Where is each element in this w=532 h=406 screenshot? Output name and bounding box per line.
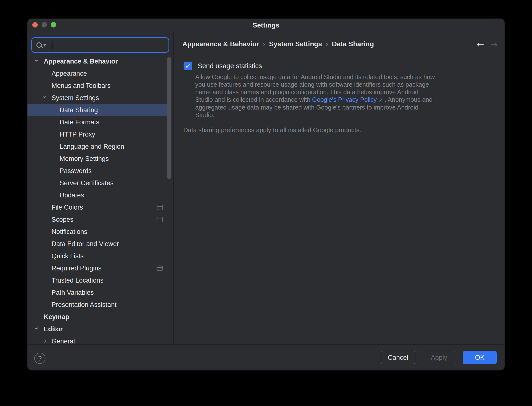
breadcrumb-item-appearance-behavior[interactable]: Appearance & Behavior bbox=[182, 40, 259, 48]
external-link-icon: ↗ bbox=[378, 97, 383, 103]
sidebar-item-scopes[interactable]: Scopes bbox=[27, 213, 167, 226]
sidebar-item-label: Scopes bbox=[52, 216, 73, 223]
sidebar-item-label: Updates bbox=[60, 192, 84, 199]
send-usage-statistics-checkbox[interactable]: ✓ bbox=[184, 62, 192, 70]
apply-button: Apply bbox=[422, 351, 456, 364]
sidebar-item-http-proxy[interactable]: HTTP Proxy bbox=[27, 128, 167, 140]
search-options-chevron-icon[interactable]: ▾ bbox=[44, 43, 46, 47]
sidebar-item-label: Required Plugins bbox=[52, 265, 102, 272]
sidebar-item-server-certificates[interactable]: Server Certificates bbox=[27, 177, 167, 189]
sidebar-item-label: Date Formats bbox=[60, 119, 99, 126]
sidebar-item-label: HTTP Proxy bbox=[60, 131, 95, 138]
settings-window: Settings ▾ ›Appearance & BehaviorAppeara… bbox=[27, 19, 505, 370]
sidebar-item-path-variables[interactable]: Path Variables bbox=[27, 286, 167, 299]
sidebar-item-label: File Colors bbox=[52, 204, 83, 211]
settings-window-icon bbox=[157, 266, 163, 271]
question-mark-icon: ? bbox=[38, 355, 42, 362]
sidebar-item-date-formats[interactable]: Date Formats bbox=[27, 116, 167, 128]
privacy-policy-link[interactable]: Google's Privacy Policy bbox=[312, 96, 377, 103]
breadcrumb: Appearance & Behavior›System Settings›Da… bbox=[182, 40, 374, 48]
sidebar-item-menus-and-toolbars[interactable]: Menus and Toolbars bbox=[27, 80, 167, 92]
search-icon bbox=[36, 42, 42, 48]
content-pane: Appearance & Behavior›System Settings›Da… bbox=[174, 32, 505, 344]
chevron-down-icon[interactable]: › bbox=[41, 95, 49, 100]
chevron-down-icon[interactable]: › bbox=[33, 326, 40, 331]
sidebar-item-label: Memory Settings bbox=[60, 155, 109, 163]
search-field[interactable]: ▾ bbox=[31, 37, 169, 53]
checkbox-label[interactable]: Send usage statistics bbox=[198, 62, 262, 70]
sidebar-item-file-colors[interactable]: File Colors bbox=[27, 201, 167, 213]
sidebar-item-language-and-region[interactable]: Language and Region bbox=[27, 140, 167, 153]
settings-window-icon bbox=[157, 217, 163, 222]
usage-statistics-description: Allow Google to collect usage data for A… bbox=[195, 73, 436, 119]
sidebar-item-editor[interactable]: ›Editor bbox=[27, 323, 167, 335]
forward-arrow-icon: → bbox=[490, 40, 498, 49]
breadcrumb-item-data-sharing[interactable]: Data Sharing bbox=[332, 40, 374, 48]
sidebar-item-label: Appearance bbox=[52, 70, 87, 77]
footer-buttons: CancelApplyOK bbox=[381, 351, 497, 364]
titlebar: Settings bbox=[27, 19, 505, 32]
screen: Settings ▾ ›Appearance & BehaviorAppeara… bbox=[0, 0, 532, 406]
sidebar-item-required-plugins[interactable]: Required Plugins bbox=[27, 262, 167, 274]
sidebar-item-label: Editor bbox=[44, 325, 63, 333]
back-arrow-icon[interactable]: ← bbox=[477, 40, 484, 49]
settings-tree: ›Appearance & BehaviorAppearanceMenus an… bbox=[27, 55, 167, 344]
cancel-button[interactable]: Cancel bbox=[381, 351, 415, 364]
sidebar-item-label: Presentation Assistant bbox=[52, 301, 116, 309]
sidebar-item-label: Data Sharing bbox=[60, 106, 98, 114]
sidebar-item-updates[interactable]: Updates bbox=[27, 189, 167, 201]
sidebar-item-data-sharing[interactable]: Data Sharing bbox=[27, 104, 167, 116]
sidebar-item-notifications[interactable]: Notifications bbox=[27, 226, 167, 238]
chevron-right-icon[interactable]: › bbox=[43, 337, 47, 344]
sidebar-item-label: System Settings bbox=[52, 94, 99, 102]
breadcrumb-item-system-settings[interactable]: System Settings bbox=[269, 40, 322, 48]
sidebar-item-quick-lists[interactable]: Quick Lists bbox=[27, 250, 167, 262]
breadcrumb-separator: › bbox=[263, 40, 265, 48]
sidebar-item-system-settings[interactable]: ›System Settings bbox=[27, 92, 167, 104]
chevron-down-icon[interactable]: › bbox=[33, 58, 40, 63]
sidebar-item-label: Appearance & Behavior bbox=[44, 58, 118, 65]
sidebar-item-trusted-locations[interactable]: Trusted Locations bbox=[27, 274, 167, 286]
window-title: Settings bbox=[27, 21, 505, 29]
sidebar-item-label: Path Variables bbox=[52, 289, 94, 296]
sidebar: ▾ ›Appearance & BehaviorAppearanceMenus … bbox=[27, 32, 173, 344]
sidebar-item-label: Data Editor and Viewer bbox=[52, 240, 119, 248]
footer: ? CancelApplyOK bbox=[27, 345, 505, 370]
ok-button[interactable]: OK bbox=[463, 351, 497, 364]
sidebar-item-label: Language and Region bbox=[60, 143, 124, 150]
breadcrumb-separator: › bbox=[326, 40, 328, 48]
settings-window-icon bbox=[157, 205, 163, 210]
history-nav: ← → bbox=[477, 40, 498, 49]
sidebar-item-label: General bbox=[52, 338, 75, 345]
sidebar-item-label: Keymap bbox=[44, 313, 69, 321]
help-button[interactable]: ? bbox=[34, 353, 45, 364]
checkmark-icon: ✓ bbox=[185, 62, 191, 70]
sidebar-item-appearance[interactable]: Appearance bbox=[27, 67, 167, 80]
sidebar-item-data-editor-and-viewer[interactable]: Data Editor and Viewer bbox=[27, 238, 167, 250]
sidebar-item-memory-settings[interactable]: Memory Settings bbox=[27, 153, 167, 165]
sidebar-item-label: Quick Lists bbox=[52, 252, 84, 260]
sidebar-item-presentation-assistant[interactable]: Presentation Assistant bbox=[27, 299, 167, 311]
sidebar-item-label: Notifications bbox=[52, 228, 87, 236]
sidebar-item-label: Server Certificates bbox=[60, 179, 114, 187]
sidebar-item-label: Menus and Toolbars bbox=[52, 82, 111, 90]
sidebar-item-keymap[interactable]: Keymap bbox=[27, 311, 167, 323]
sidebar-scrollbar[interactable] bbox=[167, 57, 171, 179]
sidebar-item-label: Trusted Locations bbox=[52, 277, 104, 284]
sidebar-item-general[interactable]: ›General bbox=[27, 335, 167, 344]
data-sharing-note: Data sharing preferences apply to all in… bbox=[183, 126, 361, 134]
sidebar-item-label: Passwords bbox=[60, 167, 92, 175]
sidebar-item-appearance-behavior[interactable]: ›Appearance & Behavior bbox=[27, 55, 167, 67]
sidebar-item-passwords[interactable]: Passwords bbox=[27, 165, 167, 177]
search-input[interactable] bbox=[52, 38, 168, 52]
